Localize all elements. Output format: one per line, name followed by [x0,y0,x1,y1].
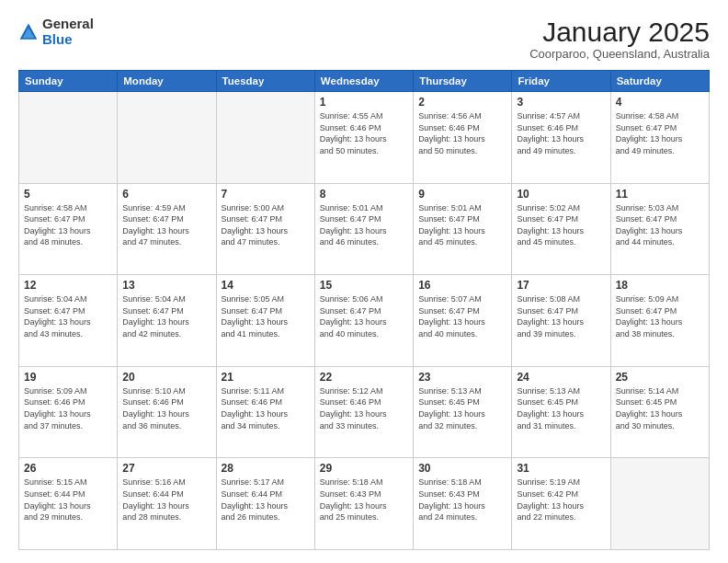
calendar-table: SundayMondayTuesdayWednesdayThursdayFrid… [18,70,710,550]
day-info: Sunrise: 5:04 AMSunset: 6:47 PMDaylight:… [24,293,112,339]
day-number: 14 [222,279,310,292]
logo-text: General Blue [42,17,94,47]
calendar-cell: 5Sunrise: 4:58 AMSunset: 6:47 PMDaylight… [19,183,118,275]
day-info: Sunrise: 5:16 AMSunset: 6:44 PMDaylight:… [122,477,210,523]
calendar-subtitle: Coorparoo, Queensland, Australia [529,47,710,61]
day-number: 21 [222,371,310,384]
page: General Blue January 2025 Coorparoo, Que… [0,0,728,563]
calendar-cell: 7Sunrise: 5:00 AMSunset: 6:47 PMDaylight… [216,183,314,275]
day-number: 20 [122,371,210,384]
day-number: 8 [320,188,408,201]
week-row-1: 1Sunrise: 4:55 AMSunset: 6:46 PMDaylight… [19,92,710,184]
day-info: Sunrise: 5:07 AMSunset: 6:47 PMDaylight:… [418,293,506,339]
day-info: Sunrise: 4:57 AMSunset: 6:46 PMDaylight:… [517,110,605,156]
day-number: 29 [320,462,408,475]
day-info: Sunrise: 5:01 AMSunset: 6:47 PMDaylight:… [320,202,408,248]
day-number: 1 [320,96,408,109]
weekday-header-friday: Friday [512,71,610,92]
day-info: Sunrise: 4:55 AMSunset: 6:46 PMDaylight:… [320,110,408,156]
week-row-4: 19Sunrise: 5:09 AMSunset: 6:46 PMDayligh… [19,366,710,458]
calendar-cell: 9Sunrise: 5:01 AMSunset: 6:47 PMDaylight… [414,183,512,275]
week-row-3: 12Sunrise: 5:04 AMSunset: 6:47 PMDayligh… [19,275,710,367]
calendar-cell: 31Sunrise: 5:19 AMSunset: 6:42 PMDayligh… [512,458,610,550]
logo-icon [18,22,39,42]
calendar-cell: 24Sunrise: 5:13 AMSunset: 6:45 PMDayligh… [512,366,610,458]
day-number: 28 [222,462,310,475]
day-info: Sunrise: 5:04 AMSunset: 6:47 PMDaylight:… [122,293,210,339]
calendar-cell: 3Sunrise: 4:57 AMSunset: 6:46 PMDaylight… [512,92,610,184]
weekday-header-tuesday: Tuesday [216,71,314,92]
header: General Blue January 2025 Coorparoo, Que… [18,17,710,61]
day-info: Sunrise: 4:58 AMSunset: 6:47 PMDaylight:… [24,202,112,248]
day-info: Sunrise: 5:18 AMSunset: 6:43 PMDaylight:… [418,477,506,523]
calendar-cell: 30Sunrise: 5:18 AMSunset: 6:43 PMDayligh… [414,458,512,550]
day-info: Sunrise: 5:19 AMSunset: 6:42 PMDaylight:… [517,477,605,523]
day-info: Sunrise: 5:06 AMSunset: 6:47 PMDaylight:… [320,293,408,339]
calendar-cell: 15Sunrise: 5:06 AMSunset: 6:47 PMDayligh… [314,275,413,367]
calendar-cell: 28Sunrise: 5:17 AMSunset: 6:44 PMDayligh… [216,458,314,550]
calendar-title: January 2025 [529,17,710,47]
logo: General Blue [18,17,94,47]
logo-blue: Blue [42,31,73,47]
week-row-5: 26Sunrise: 5:15 AMSunset: 6:44 PMDayligh… [19,458,710,550]
day-number: 22 [320,371,408,384]
day-number: 3 [517,96,605,109]
calendar-cell: 26Sunrise: 5:15 AMSunset: 6:44 PMDayligh… [19,458,118,550]
calendar-cell [118,92,216,184]
day-info: Sunrise: 5:05 AMSunset: 6:47 PMDaylight:… [222,293,310,339]
day-info: Sunrise: 5:01 AMSunset: 6:47 PMDaylight:… [418,202,506,248]
calendar-cell [19,92,118,184]
day-number: 2 [418,96,506,109]
calendar-cell: 12Sunrise: 5:04 AMSunset: 6:47 PMDayligh… [19,275,118,367]
day-info: Sunrise: 4:59 AMSunset: 6:47 PMDaylight:… [122,202,210,248]
calendar-cell: 27Sunrise: 5:16 AMSunset: 6:44 PMDayligh… [118,458,216,550]
day-number: 16 [418,279,506,292]
weekday-header-saturday: Saturday [610,71,709,92]
day-number: 27 [122,462,210,475]
calendar-cell: 10Sunrise: 5:02 AMSunset: 6:47 PMDayligh… [512,183,610,275]
calendar-cell: 23Sunrise: 5:13 AMSunset: 6:45 PMDayligh… [414,366,512,458]
day-number: 5 [24,188,112,201]
day-info: Sunrise: 5:12 AMSunset: 6:46 PMDaylight:… [320,385,408,431]
day-info: Sunrise: 5:18 AMSunset: 6:43 PMDaylight:… [320,477,408,523]
day-number: 9 [418,188,506,201]
day-info: Sunrise: 5:15 AMSunset: 6:44 PMDaylight:… [24,477,112,523]
calendar-cell: 25Sunrise: 5:14 AMSunset: 6:45 PMDayligh… [610,366,709,458]
day-info: Sunrise: 5:17 AMSunset: 6:44 PMDaylight:… [222,477,310,523]
weekday-header-row: SundayMondayTuesdayWednesdayThursdayFrid… [19,71,710,92]
day-number: 19 [24,371,112,384]
day-number: 11 [616,188,704,201]
day-number: 12 [24,279,112,292]
calendar-cell: 17Sunrise: 5:08 AMSunset: 6:47 PMDayligh… [512,275,610,367]
calendar-cell: 8Sunrise: 5:01 AMSunset: 6:47 PMDaylight… [314,183,413,275]
week-row-2: 5Sunrise: 4:58 AMSunset: 6:47 PMDaylight… [19,183,710,275]
calendar-cell: 19Sunrise: 5:09 AMSunset: 6:46 PMDayligh… [19,366,118,458]
day-info: Sunrise: 5:10 AMSunset: 6:46 PMDaylight:… [122,385,210,431]
calendar-cell: 29Sunrise: 5:18 AMSunset: 6:43 PMDayligh… [314,458,413,550]
day-number: 10 [517,188,605,201]
day-number: 17 [517,279,605,292]
calendar-cell: 11Sunrise: 5:03 AMSunset: 6:47 PMDayligh… [610,183,709,275]
day-info: Sunrise: 5:09 AMSunset: 6:47 PMDaylight:… [616,293,704,339]
calendar-cell: 4Sunrise: 4:58 AMSunset: 6:47 PMDaylight… [610,92,709,184]
calendar-cell: 20Sunrise: 5:10 AMSunset: 6:46 PMDayligh… [118,366,216,458]
calendar-cell: 1Sunrise: 4:55 AMSunset: 6:46 PMDaylight… [314,92,413,184]
day-number: 30 [418,462,506,475]
weekday-header-wednesday: Wednesday [314,71,413,92]
day-number: 15 [320,279,408,292]
day-info: Sunrise: 5:13 AMSunset: 6:45 PMDaylight:… [517,385,605,431]
calendar-cell: 14Sunrise: 5:05 AMSunset: 6:47 PMDayligh… [216,275,314,367]
calendar-cell: 13Sunrise: 5:04 AMSunset: 6:47 PMDayligh… [118,275,216,367]
calendar-cell: 22Sunrise: 5:12 AMSunset: 6:46 PMDayligh… [314,366,413,458]
calendar-cell: 16Sunrise: 5:07 AMSunset: 6:47 PMDayligh… [414,275,512,367]
day-number: 23 [418,371,506,384]
calendar-cell: 21Sunrise: 5:11 AMSunset: 6:46 PMDayligh… [216,366,314,458]
title-block: January 2025 Coorparoo, Queensland, Aust… [529,17,710,61]
calendar-cell: 2Sunrise: 4:56 AMSunset: 6:46 PMDaylight… [414,92,512,184]
day-info: Sunrise: 4:58 AMSunset: 6:47 PMDaylight:… [616,110,704,156]
day-number: 6 [122,188,210,201]
day-info: Sunrise: 4:56 AMSunset: 6:46 PMDaylight:… [418,110,506,156]
day-number: 26 [24,462,112,475]
day-number: 13 [122,279,210,292]
day-info: Sunrise: 5:08 AMSunset: 6:47 PMDaylight:… [517,293,605,339]
